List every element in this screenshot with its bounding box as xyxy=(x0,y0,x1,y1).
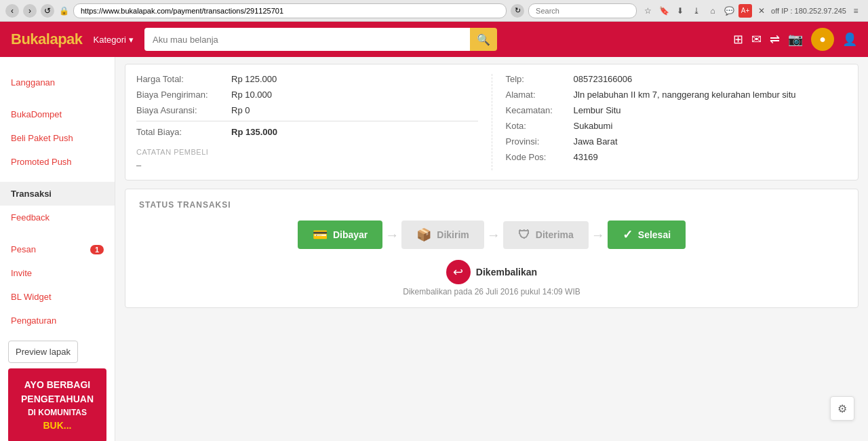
diterima-label: Diterima xyxy=(536,229,574,240)
main-layout: Langganan BukaDompet Beli Paket Push Pro… xyxy=(0,57,868,441)
sidebar-item-beli-paket-push[interactable]: Beli Paket Push xyxy=(0,126,115,150)
site-header: Bukalapak Kategori ▾ 🔍 ⊞ ✉ ⇌ 📷 ● 👤 xyxy=(0,22,868,57)
refresh-icon[interactable]: ↻ xyxy=(511,4,524,18)
pesan-badge: 1 xyxy=(90,245,104,254)
browser-search-input[interactable] xyxy=(528,3,637,18)
sidebar-item-promoted-push[interactable]: Promoted Push xyxy=(0,150,115,174)
biaya-asuransi-row: Biaya Asuransi: Rp 0 xyxy=(136,105,478,115)
diterima-icon: 🛡 xyxy=(518,228,530,242)
biaya-pengiriman-label: Biaya Pengiriman: xyxy=(136,90,231,100)
biaya-asuransi-label: Biaya Asuransi: xyxy=(136,105,231,115)
content-area: Harga Total: Rp 125.000 Biaya Pengiriman… xyxy=(115,57,868,441)
sidebar: Langganan BukaDompet Beli Paket Push Pro… xyxy=(0,57,115,441)
dikirim-icon: 📦 xyxy=(416,227,431,242)
step-dikirim-button[interactable]: 📦 Dikirim xyxy=(401,220,484,249)
alamat-label: Alamat: xyxy=(506,90,574,100)
pocket-icon[interactable]: ⬇ xyxy=(673,4,687,18)
download-icon[interactable]: ⤓ xyxy=(690,4,703,18)
reload-button[interactable]: ↺ xyxy=(41,4,54,18)
kategori-label: Kategori xyxy=(94,35,126,45)
arrow-3: → xyxy=(591,227,605,243)
sidebar-label-beli-paket-push: Beli Paket Push xyxy=(11,133,73,143)
preview-lapak-button[interactable]: Preview lapak xyxy=(8,341,78,363)
close-icon[interactable]: ✕ xyxy=(755,4,768,18)
biaya-pengiriman-row: Biaya Pengiriman: Rp 10.000 xyxy=(136,90,478,100)
dibayar-icon: 💳 xyxy=(313,227,328,242)
sidebar-label-langganan: Langganan xyxy=(11,77,55,88)
kecamatan-row: Kecamatan: Lembur Situ xyxy=(506,105,848,115)
kategori-button[interactable]: Kategori ▾ xyxy=(94,35,134,45)
biaya-pengiriman-value: Rp 10.000 xyxy=(231,90,272,100)
sidebar-item-invite[interactable]: Invite xyxy=(0,261,115,285)
order-address: Telp: 085723166006 Alamat: Jln pelabuhan… xyxy=(492,74,848,170)
menu-icon[interactable]: ≡ xyxy=(849,4,863,18)
arrow-1: → xyxy=(385,227,399,243)
banner-line2: DI KOMUNITAS xyxy=(28,406,87,419)
browser-chrome: ‹ › ↺ 🔒 ↻ ☆ 🔖 ⬇ ⤓ ⌂ 💬 A+ ✕ off IP : 180.… xyxy=(0,0,868,22)
biaya-asuransi-value: Rp 0 xyxy=(231,105,250,115)
step-diterima-button[interactable]: 🛡 Diterima xyxy=(503,221,589,249)
search-input[interactable] xyxy=(144,28,470,51)
kota-value: Sukabumi xyxy=(574,121,613,131)
lock-icon: 🔒 xyxy=(58,6,69,16)
header-icons: ⊞ ✉ ⇌ 📷 ● 👤 xyxy=(733,28,857,51)
kecamatan-label: Kecamatan: xyxy=(506,105,574,115)
sidebar-label-transaksi: Transaksi xyxy=(11,189,52,199)
dikembalikan-icon: ↩ xyxy=(446,260,471,284)
chevron-down-icon: ▾ xyxy=(129,35,134,45)
banner-line3: BUK... xyxy=(43,419,72,433)
sidebar-item-pesan[interactable]: Pesan 1 xyxy=(0,237,115,261)
step-dibayar-button[interactable]: 💳 Dibayar xyxy=(298,220,382,249)
catatan-label: CATATAN PEMBELI xyxy=(136,148,478,156)
alamat-value: Jln pelabuhan II km 7, nanggerang kelura… xyxy=(574,90,796,100)
wallet-icon[interactable]: ● xyxy=(811,28,834,51)
bookmark-icon[interactable]: 🔖 xyxy=(657,4,671,18)
mail-icon[interactable]: ✉ xyxy=(751,32,762,47)
grid-icon[interactable]: ⊞ xyxy=(733,32,743,47)
sidebar-label-invite: Invite xyxy=(11,268,32,278)
sidebar-item-langganan[interactable]: Langganan xyxy=(0,71,115,94)
forward-button[interactable]: › xyxy=(23,4,37,18)
order-card: Harga Total: Rp 125.000 Biaya Pengiriman… xyxy=(125,64,859,180)
sidebar-label-pengaturan: Pengaturan xyxy=(11,315,56,326)
search-icon: 🔍 xyxy=(477,33,490,46)
sidebar-label-bukadompet: BukaDompet xyxy=(11,109,62,119)
step-selesai-button[interactable]: ✓ Selesai xyxy=(608,220,686,249)
gear-icon: ⚙ xyxy=(837,402,847,415)
dikembalikan-label: Dikembalikan xyxy=(476,267,537,277)
provinsi-value: Jawa Barat xyxy=(574,136,618,147)
alamat-row: Alamat: Jln pelabuhan II km 7, nanggeran… xyxy=(506,90,848,100)
search-button[interactable]: 🔍 xyxy=(470,28,497,51)
url-bar[interactable] xyxy=(73,3,507,18)
kode-pos-value: 43169 xyxy=(574,152,598,162)
camera-icon[interactable]: 📷 xyxy=(788,32,803,47)
order-pricing: Harga Total: Rp 125.000 Biaya Pengiriman… xyxy=(136,74,478,170)
sidebar-banner: AYO BERBAGI PENGETAHUAN DI KOMUNITAS BUK… xyxy=(8,368,106,441)
home-icon[interactable]: ⌂ xyxy=(706,4,719,18)
total-biaya-value: Rp 135.000 xyxy=(231,127,277,137)
telp-value: 085723166006 xyxy=(574,74,633,84)
sidebar-label-bl-widget: BL Widget xyxy=(11,292,52,302)
sidebar-item-transaksi[interactable]: Transaksi xyxy=(0,182,115,206)
chat-icon[interactable]: 💬 xyxy=(722,4,736,18)
sidebar-item-pengaturan[interactable]: Pengaturan xyxy=(0,309,115,332)
logo-buka: Buka xyxy=(11,31,46,47)
sidebar-item-bl-widget[interactable]: BL Widget xyxy=(0,285,115,309)
transfer-icon[interactable]: ⇌ xyxy=(770,32,780,47)
browser-toolbar-icons: ☆ 🔖 ⬇ ⤓ ⌂ 💬 A+ ✕ off IP : 180.252.97.245… xyxy=(641,4,863,18)
selesai-icon: ✓ xyxy=(623,227,633,242)
banner-line1: AYO BERBAGI PENGETAHUAN xyxy=(15,378,100,406)
dibayar-label: Dibayar xyxy=(333,229,368,240)
user-icon[interactable]: 👤 xyxy=(842,32,857,47)
dikembalikan-sub: Dikembalikan pada 26 Juli 2016 pukul 14:… xyxy=(403,287,580,296)
back-button[interactable]: ‹ xyxy=(5,4,19,18)
star-icon[interactable]: ☆ xyxy=(641,4,654,18)
selesai-label: Selesai xyxy=(638,229,671,240)
sidebar-item-feedback[interactable]: Feedback xyxy=(0,206,115,229)
status-transaksi-card: STATUS TRANSAKSI 💳 Dibayar → 📦 Dikirim →… xyxy=(125,189,859,308)
status-steps: 💳 Dibayar → 📦 Dikirim → 🛡 Diterima → xyxy=(139,220,844,249)
logo[interactable]: Bukalapak xyxy=(11,31,83,48)
settings-button[interactable]: ⚙ xyxy=(830,396,854,421)
sidebar-item-bukadompet[interactable]: BukaDompet xyxy=(0,102,115,126)
ext-icon[interactable]: A+ xyxy=(738,4,752,18)
